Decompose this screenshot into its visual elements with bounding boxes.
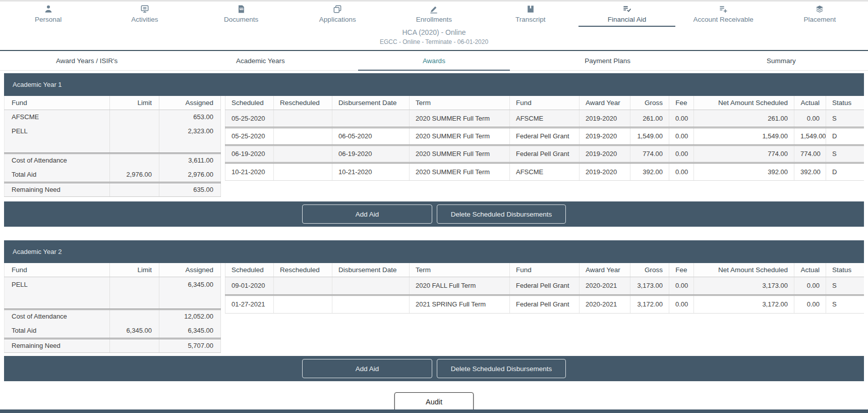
col-status: Status [826,96,864,110]
disbursement-row[interactable]: 05-25-2020 06-05-2020 2020 SUMMER Full T… [225,127,864,145]
disbursement-row[interactable]: 10-21-2020 10-21-2020 2020 SUMMER Full T… [225,163,864,180]
tab-summary[interactable]: Summary [695,51,868,70]
col-limit: Limit [110,96,159,110]
table-header-row: Fund Limit Assigned [5,96,221,110]
cell-gross: 1,549.00 [630,127,669,145]
filler-row [5,292,221,309]
cell-award-year: 2019-2020 [580,110,630,127]
disbursement-row[interactable]: 05-25-2020 2020 SUMMER Full Term AFSCME … [225,110,864,127]
cell-rescheduled [274,145,332,163]
cell-net-amount: 1,549.00 [694,127,794,145]
cell-fee: 0.00 [669,163,694,180]
nav-item-personal[interactable]: Personal [0,4,96,27]
disbursement-row[interactable]: 06-19-2020 06-19-2020 2020 SUMMER Full T… [225,145,864,163]
cell-award-year: 2019-2020 [580,127,630,145]
col-fee: Fee [669,96,694,110]
cell-term: 2020 FALL Full Term [410,277,510,295]
cell-rescheduled [274,295,332,313]
nav-item-label: Applications [319,16,356,23]
nav-item-financial-aid[interactable]: Financial Aid [578,4,675,27]
col-fund: Fund [510,96,580,110]
col-assigned: Assigned [159,96,221,110]
fund-row[interactable]: AFSCME 653.00 [5,110,221,124]
row-label: Remaining Need [5,338,110,352]
total-aid-limit: 2,976.00 [110,167,159,182]
col-status: Status [826,263,864,277]
fund-name: PELL [5,277,110,292]
remaining-need-value: 635.00 [159,182,221,196]
cell-disbursement-date: 06-19-2020 [332,145,410,163]
audit-button[interactable]: Audit [394,392,474,411]
nav-item-enrollments[interactable]: Enrollments [386,4,482,27]
cell-disbursement-date [332,277,410,295]
cell-disbursement-date: 10-21-2020 [332,163,410,180]
program-title: HCA (2020) - Online [0,28,868,36]
cell-fund: AFSCME [510,110,580,127]
cell-actual: 774.00 [794,145,826,163]
fund-assigned: 653.00 [159,110,221,124]
col-limit: Limit [110,263,159,277]
nav-item-placement[interactable]: Placement [772,4,868,27]
awards-content: Academic Year 1 Fund Limit Assigned AFSC… [0,71,868,411]
total-aid-assigned: 2,976.00 [159,167,221,182]
applications-icon [332,4,342,14]
cell-rescheduled [274,277,332,295]
nav-item-label: Personal [35,16,62,23]
fund-assigned: 6,345.00 [159,277,221,292]
col-net-amount-scheduled: Net Amount Scheduled [694,96,794,110]
col-award-year: Award Year [580,96,630,110]
nav-item-label: Placement [803,16,836,23]
cell-fund: Federal Pell Grant [510,127,580,145]
cost-of-attendance-row: Cost of Attendance 3,611.00 [5,153,221,167]
cell-fee: 0.00 [669,145,694,163]
nav-item-applications[interactable]: Applications [290,4,386,27]
fund-summary-table: Fund Limit Assigned AFSCME 653.00 PELL 2 [4,96,221,197]
add-aid-button[interactable]: Add Aid [302,359,432,378]
tab-award-years-isirs[interactable]: Award Years / ISIR's [0,51,173,70]
table-header-row: Scheduled Rescheduled Disbursement Date … [225,96,864,110]
cell-fee: 0.00 [669,277,694,295]
nav-item-account-receivable[interactable]: Account Receivable [675,4,772,27]
cell-award-year: 2020-2021 [580,277,630,295]
cell-gross: 774.00 [630,145,669,163]
tab-awards[interactable]: Awards [347,51,520,70]
tab-academic-years[interactable]: Academic Years [173,51,347,70]
delete-scheduled-disbursements-button[interactable]: Delete Scheduled Disbursements [437,204,566,224]
disbursements-table: Scheduled Rescheduled Disbursement Date … [225,263,864,314]
row-label: Cost of Attendance [5,153,110,167]
cell-status: D [826,163,864,180]
col-term: Term [410,96,510,110]
fund-summary-table: Fund Limit Assigned PELL 6,345.00 Cost o… [4,263,221,353]
col-disbursement-date: Disbursement Date [332,263,410,277]
cell-term: 2020 SUMMER Full Term [410,127,510,145]
disbursement-row[interactable]: 09-01-2020 2020 FALL Full Term Federal P… [225,277,864,295]
table-header-row: Fund Limit Assigned [5,263,221,277]
fund-row[interactable]: PELL 6,345.00 [5,277,221,292]
cell-scheduled: 05-25-2020 [225,110,274,127]
fund-row[interactable]: PELL 2,323.00 [5,124,221,138]
cell-gross: 3,173.00 [630,277,669,295]
program-header: HCA (2020) - Online EGCC - Online - Term… [0,27,868,51]
cell-actual: 0.00 [794,277,826,295]
nav-item-transcript[interactable]: Transcript [482,4,578,27]
disbursement-row[interactable]: 01-27-2021 2021 SPRING Full Term Federal… [225,295,864,313]
row-label: Total Aid [5,323,110,338]
total-aid-assigned: 6,345.00 [159,323,221,338]
delete-scheduled-disbursements-button[interactable]: Delete Scheduled Disbursements [437,359,566,378]
fund-assigned: 2,323.00 [159,124,221,138]
cost-of-attendance-value: 3,611.00 [159,153,221,167]
col-actual: Actual [794,96,826,110]
tab-payment-plans[interactable]: Payment Plans [521,51,695,70]
nav-item-documents[interactable]: PDF Documents [193,4,289,27]
nav-item-label: Activities [131,16,158,23]
cell-gross: 261.00 [630,110,669,127]
remaining-need-row: Remaining Need 635.00 [5,182,221,196]
nav-item-activities[interactable]: Activities [96,4,193,27]
account-receivable-icon [718,4,728,14]
add-aid-button[interactable]: Add Aid [302,204,432,224]
cell-status: D [826,127,864,145]
cell-status: S [826,277,864,295]
nav-item-label: Transcript [515,16,546,23]
col-fund: Fund [510,263,580,277]
year-1-action-bar: Add Aid Delete Scheduled Disbursements [4,201,864,227]
